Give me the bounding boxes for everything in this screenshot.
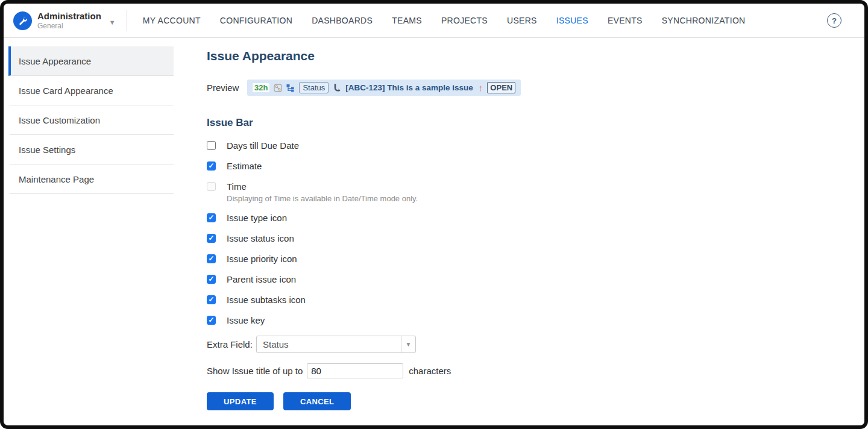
- preview-row: Preview 32h Status [ABC-123] This is a s…: [207, 80, 521, 96]
- sample-issue-text: [ABC-123] This is a sample issue: [345, 83, 473, 92]
- nav-item-teams[interactable]: TEAMS: [392, 16, 422, 25]
- sidebar-item-issue-customization[interactable]: Issue Customization: [8, 105, 174, 135]
- preview-label: Preview: [207, 83, 247, 93]
- estimate-checkbox[interactable]: [207, 161, 216, 171]
- section-title-issue-bar: Issue Bar: [207, 117, 521, 129]
- checkbox-label: Time: [227, 181, 247, 192]
- checkbox-label: Issue key: [227, 315, 265, 325]
- main-nav: MY ACCOUNT CONFIGURATION DASHBOARDS TEAM…: [143, 16, 765, 25]
- page-title: Issue Appearance: [207, 49, 521, 63]
- extra-field-label: Extra Field:: [207, 339, 256, 349]
- checkbox-row-issue-key: Issue key: [207, 315, 521, 325]
- parent-issue-icon-checkbox[interactable]: [207, 275, 216, 284]
- checkbox-label: Issue status icon: [227, 233, 294, 243]
- workspace-subtitle: General: [37, 22, 101, 30]
- issue-priority-icon-checkbox[interactable]: [207, 254, 216, 263]
- chevron-down-icon: ▼: [109, 19, 116, 26]
- settings-panel: Issue Appearance Preview 32h Status [ABC…: [174, 38, 521, 425]
- nav-item-issues[interactable]: ISSUES: [556, 16, 588, 25]
- nav-item-my-account[interactable]: MY ACCOUNT: [143, 16, 201, 25]
- status-badge: OPEN: [487, 82, 515, 93]
- checkbox-label: Parent issue icon: [227, 274, 296, 284]
- sidebar-item-issue-settings[interactable]: Issue Settings: [8, 135, 174, 164]
- estimate-value: 32h: [253, 83, 269, 92]
- checkbox-row-days-till-due-date: Days till Due Date: [207, 140, 521, 151]
- time-checkbox: [207, 182, 216, 191]
- sidebar-item-issue-card-appearance[interactable]: Issue Card Appearance: [8, 76, 174, 105]
- title-length-suffix-label: characters: [409, 366, 451, 376]
- issue-bar-preview: 32h Status [ABC-123] This is a sample is…: [247, 80, 521, 96]
- issue-key-checkbox[interactable]: [207, 316, 216, 325]
- chevron-down-icon: ▼: [401, 336, 415, 352]
- issue-status-icon-checkbox[interactable]: [207, 234, 216, 243]
- time-checkbox-help-text: Displaying of Time is available in Date/…: [227, 194, 521, 203]
- issue-type-icon: [274, 84, 282, 92]
- days-till-due-date-checkbox[interactable]: [207, 141, 216, 150]
- priority-up-icon: ↑: [479, 83, 483, 93]
- nav-item-dashboards[interactable]: DASHBOARDS: [312, 16, 373, 25]
- checkbox-label: Issue subtasks icon: [227, 295, 306, 305]
- subtasks-icon: [333, 84, 341, 92]
- extra-field-preview: Status: [299, 82, 329, 93]
- parent-issue-icon: [286, 84, 295, 92]
- checkbox-label: Days till Due Date: [227, 140, 299, 151]
- checkbox-label: Issue priority icon: [227, 254, 297, 264]
- nav-item-users[interactable]: USERS: [507, 16, 537, 25]
- top-navigation-bar: Administration General ▼ MY ACCOUNT CONF…: [4, 4, 864, 38]
- checkbox-row-issue-priority-icon: Issue priority icon: [207, 254, 521, 264]
- app-window: Administration General ▼ MY ACCOUNT CONF…: [0, 0, 868, 429]
- sidebar-item-issue-appearance[interactable]: Issue Appearance: [8, 46, 174, 76]
- checkbox-row-issue-status-icon: Issue status icon: [207, 233, 521, 243]
- workspace-title-block: Administration General: [37, 11, 101, 30]
- extra-field-selected-value: Status: [257, 336, 401, 352]
- extra-field-select[interactable]: Status ▼: [256, 336, 416, 353]
- extra-field-row: Extra Field: Status ▼: [207, 336, 521, 353]
- issue-type-icon-checkbox[interactable]: [207, 213, 216, 222]
- checkbox-label: Issue type icon: [227, 213, 287, 223]
- update-button[interactable]: UPDATE: [207, 392, 274, 410]
- wrench-logo-icon: [13, 11, 32, 30]
- checkbox-row-parent-issue-icon: Parent issue icon: [207, 274, 521, 284]
- checkbox-row-time: Time: [207, 181, 521, 192]
- checkbox-row-issue-subtasks-icon: Issue subtasks icon: [207, 295, 521, 305]
- title-length-input[interactable]: [307, 363, 403, 378]
- checkbox-row-estimate: Estimate: [207, 161, 521, 171]
- sidebar-item-maintenance-page[interactable]: Maintenance Page: [8, 164, 174, 194]
- nav-item-configuration[interactable]: CONFIGURATION: [220, 16, 292, 25]
- nav-item-synchronization[interactable]: SYNCHRONIZATION: [662, 16, 746, 25]
- topbar-divider: [127, 10, 127, 31]
- checkbox-row-issue-type-icon: Issue type icon: [207, 213, 521, 223]
- title-length-row: Show Issue title of up to characters: [207, 363, 521, 378]
- nav-item-projects[interactable]: PROJECTS: [441, 16, 488, 25]
- workspace-title: Administration: [37, 11, 101, 21]
- issue-subtasks-icon-checkbox[interactable]: [207, 295, 216, 304]
- form-actions: UPDATE CANCEL: [207, 392, 521, 410]
- cancel-button[interactable]: CANCEL: [283, 392, 351, 410]
- nav-item-events[interactable]: EVENTS: [608, 16, 643, 25]
- title-length-prefix-label: Show Issue title of up to: [207, 366, 303, 376]
- checkbox-label: Estimate: [227, 161, 262, 171]
- workspace-switcher[interactable]: Administration General ▼: [13, 11, 116, 30]
- help-icon[interactable]: ?: [827, 13, 841, 28]
- settings-sidebar: Issue Appearance Issue Card Appearance I…: [4, 38, 174, 425]
